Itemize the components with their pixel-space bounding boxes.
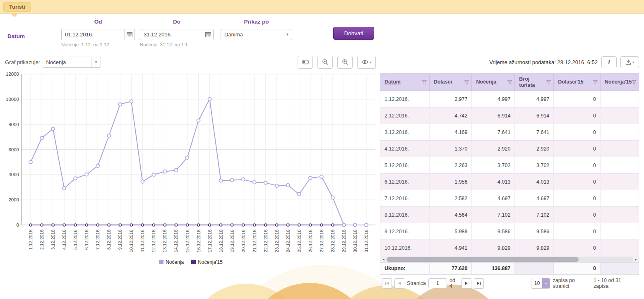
table-cell: 3.702: [472, 157, 515, 173]
download-button[interactable]: ▾: [620, 56, 639, 68]
svg-text:10000: 10000: [6, 97, 19, 102]
column-header[interactable]: Noćenja'15: [601, 74, 639, 91]
table-cell: 9.829: [515, 240, 554, 256]
chevron-down-icon: ▼: [283, 29, 292, 40]
total-cell: 77.620: [430, 263, 472, 274]
date-from-input[interactable]: [62, 31, 124, 38]
pagination-bar: Stranica od 4 10 ▼ zapisa p: [380, 275, 639, 292]
column-header[interactable]: Broj turista: [515, 74, 554, 91]
table-row[interactable]: 2.12.2016.4.7426.9146.9140: [380, 108, 639, 124]
info-icon: i: [608, 59, 610, 66]
scrollbar-thumb[interactable]: [387, 257, 579, 262]
filter-funnel-icon[interactable]: [422, 80, 427, 85]
line-chart[interactable]: 0200040006000800010000120001.12.2016.2.1…: [2, 71, 378, 262]
download-icon: [625, 59, 631, 65]
svg-text:14.12.2016.: 14.12.2016.: [173, 228, 178, 252]
svg-text:21.12.2016.: 21.12.2016.: [252, 228, 257, 252]
prikaz-po-select[interactable]: Danima ▼: [221, 29, 292, 40]
prikaz-po-group: Prikaz po Danima ▼: [221, 19, 292, 40]
table-row[interactable]: 10.12.2016.4.9419.8299.8290: [380, 240, 639, 256]
table-cell: 4.941: [430, 240, 472, 256]
date-from-group: Od Noćenje: 1.12. na 2.12.: [61, 19, 135, 47]
svg-text:2000: 2000: [8, 197, 19, 202]
table-cell: 0: [554, 190, 601, 206]
filter-funnel-icon[interactable]: [593, 80, 598, 85]
table-row[interactable]: 8.12.2016.4.5647.1027.1020: [380, 207, 639, 223]
table-row[interactable]: 5.12.2016.2.2633.7023.7020: [380, 157, 639, 174]
prikaz-po-label: Prikaz po: [221, 19, 292, 27]
tab-turisti[interactable]: Turisti: [3, 2, 31, 12]
table-row[interactable]: 4.12.2016.1.3702.9202.9200: [380, 141, 639, 157]
filter-funnel-icon[interactable]: [507, 80, 512, 85]
visibility-button[interactable]: ▾: [357, 56, 376, 69]
column-header[interactable]: Dolasci'15: [554, 74, 601, 91]
prikaz-po-value: Danima: [221, 31, 283, 38]
scrollbar-track[interactable]: [387, 257, 633, 262]
table-cell: 6.914: [515, 108, 554, 124]
chevron-down-icon: ▾: [370, 60, 371, 64]
next-page-icon: [465, 281, 468, 285]
graf-select[interactable]: Noćenja ▼: [43, 57, 101, 68]
filter-funnel-icon[interactable]: [546, 80, 551, 85]
fetch-button[interactable]: Dohvati: [333, 27, 374, 40]
date-to-field[interactable]: [140, 29, 214, 40]
table-row[interactable]: 7.12.2016.2.5824.6974.6970: [380, 190, 639, 207]
date-to-input[interactable]: [140, 31, 203, 38]
eye-icon: [361, 60, 368, 65]
table-cell: 4.12.2016.: [380, 141, 430, 157]
toggle-series-button[interactable]: [298, 56, 313, 69]
info-button[interactable]: i: [601, 56, 617, 68]
last-page-button[interactable]: [474, 278, 484, 289]
svg-text:20.12.2016.: 20.12.2016.: [241, 228, 246, 252]
datum-label: Datum: [7, 33, 25, 39]
total-cell: [601, 263, 639, 274]
table-cell: 0: [554, 157, 601, 173]
first-page-button[interactable]: [382, 278, 392, 289]
filter-funnel-icon[interactable]: [464, 80, 469, 85]
horizontal-scrollbar[interactable]: ◄ ►: [380, 256, 639, 263]
chevron-down-icon: ▾: [632, 60, 634, 64]
table-cell: [601, 240, 639, 256]
zoom-in-button[interactable]: [337, 56, 353, 69]
filter-funnel-icon[interactable]: [632, 80, 636, 85]
top-tab-bar: Turisti: [0, 0, 644, 14]
chart-panel: Graf prikazuje: Noćenja ▼: [0, 55, 380, 292]
table-row[interactable]: 6.12.2016.1.9564.0134.0130: [380, 174, 639, 190]
column-header[interactable]: Noćenja: [472, 74, 515, 91]
svg-text:18.12.2016.: 18.12.2016.: [219, 228, 223, 252]
svg-text:8.12.2016.: 8.12.2016.: [106, 228, 111, 250]
table-cell: 0: [554, 174, 601, 190]
next-page-button[interactable]: [461, 278, 471, 289]
table-row[interactable]: 3.12.2016.4.1697.6417.6410: [380, 124, 639, 141]
table-cell: 10.12.2016.: [380, 240, 430, 256]
legend-item[interactable]: Noćenja: [159, 259, 184, 265]
table-row[interactable]: 9.12.2016.5.9899.5869.5860: [380, 223, 639, 240]
column-header-label: Dolasci: [434, 79, 452, 85]
prev-page-button[interactable]: [394, 278, 404, 289]
zoom-out-button[interactable]: [317, 56, 333, 69]
calendar-icon[interactable]: [203, 29, 213, 40]
chart-toolbar: Graf prikazuje: Noćenja ▼: [2, 55, 380, 69]
legend-item[interactable]: Noćenja'15: [191, 259, 223, 265]
column-header-label: Noćenja'15: [605, 79, 632, 85]
column-header[interactable]: Datum: [380, 74, 430, 91]
table-cell: 0: [554, 141, 601, 157]
svg-text:4000: 4000: [8, 172, 19, 177]
table-cell: 2.582: [430, 190, 472, 206]
scroll-right-icon[interactable]: ►: [633, 258, 639, 261]
column-header[interactable]: Dolasci: [430, 74, 472, 91]
total-label: Ukupno:: [380, 263, 430, 274]
graf-prikazuje-label: Graf prikazuje:: [5, 59, 40, 65]
table-cell: 2.920: [515, 141, 554, 157]
table-cell: 1.370: [430, 141, 472, 157]
calendar-icon[interactable]: [124, 29, 135, 40]
svg-text:17.12.2016.: 17.12.2016.: [207, 228, 212, 252]
table-row[interactable]: 1.12.2016.2.9774.9974.9970: [380, 91, 639, 108]
page-size-select[interactable]: 10 ▼: [531, 278, 550, 289]
scroll-left-icon[interactable]: ◄: [380, 258, 387, 261]
date-from-field[interactable]: [61, 29, 135, 40]
page-number-input[interactable]: [428, 278, 447, 288]
table-cell: 4.697: [472, 190, 515, 206]
table-cell: 4.742: [430, 108, 472, 124]
records-info: 1 - 10 od 31 zapisa: [594, 277, 637, 289]
